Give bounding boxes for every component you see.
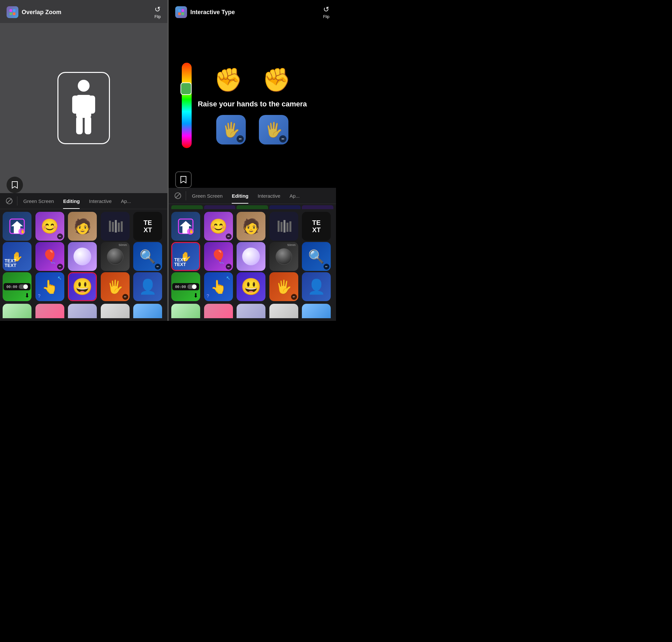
edit-badge-face-right: ✏ (226, 233, 232, 240)
effect-cell-orangehand-right[interactable]: 🖐 ✏ (269, 272, 298, 301)
right-partial-3[interactable] (237, 304, 265, 318)
effect-cell-photo-left[interactable]: 🧑 (68, 212, 97, 241)
effect-cell-blueface-left[interactable]: 😃 (68, 272, 97, 301)
right-partial-1[interactable] (171, 304, 200, 318)
effect-cell-darkcircle-right[interactable]: 50mm (269, 242, 298, 271)
svg-point-4 (78, 80, 90, 92)
left-partial-4[interactable] (101, 304, 130, 318)
slider-handle[interactable] (181, 82, 192, 95)
effect-cell-bars-left[interactable] (101, 212, 130, 241)
effect-cell-darkcircle-left[interactable]: 50mm (101, 242, 130, 271)
right-bottom-shelf: Green Screen Editing Interactive Ap... (169, 188, 336, 321)
effect-cell-handtext-right[interactable]: ✋ TEXTTEXT (171, 242, 200, 271)
right-tab-ap[interactable]: Ap... (285, 188, 304, 204)
svg-line-26 (175, 193, 180, 198)
effect-cell-house-right[interactable]: ✋ (171, 212, 200, 241)
color-slider[interactable] (182, 63, 192, 148)
left-partial-3[interactable] (68, 304, 97, 318)
left-flip-button[interactable]: ↺ Flip (155, 5, 161, 19)
svg-text:✋: ✋ (20, 229, 25, 234)
flip-icon: ↺ (155, 5, 160, 14)
svg-rect-16 (109, 221, 111, 232)
overlay-5 (302, 205, 333, 209)
edit-badge-zoom-right: ✏ (324, 264, 329, 270)
edit-badge-zoom-left: ✏ (155, 264, 161, 270)
edit-badge-hand-right: ✏ (279, 135, 287, 142)
app-icon-left (6, 6, 18, 18)
left-partial-1[interactable] (3, 304, 31, 318)
effect-cell-handtext-left[interactable]: ✋ TEXTTEXT (3, 242, 31, 271)
left-tab-green-screen[interactable]: Green Screen (19, 193, 58, 209)
effect-cell-balloon-left[interactable]: 🎈 ✏ (36, 242, 64, 271)
overlay-3 (237, 205, 268, 209)
right-tab-editing[interactable]: Editing (227, 188, 253, 204)
effect-cell-face-right[interactable]: 😊 ✏ (204, 212, 233, 241)
hand-app-icon-right[interactable]: 🖐 ✏ (259, 115, 288, 144)
left-partial-5[interactable] (133, 304, 162, 318)
effect-cell-timer-right[interactable]: 00:00 ⬇ (171, 272, 200, 301)
hands-instruction: ✊ ✊ Raise your hands to the camera (198, 66, 307, 108)
effect-cell-zoom-right[interactable]: 🔍 ✏ (302, 242, 331, 271)
svg-rect-7 (89, 95, 95, 114)
flip-label: Flip (155, 14, 161, 19)
effect-cell-silhouette-left[interactable]: 👤 (133, 272, 162, 301)
edit-badge-balloon-right: ✏ (226, 264, 232, 270)
left-header: Overlap Zoom ↺ Flip (0, 0, 167, 23)
right-tab-no[interactable] (171, 188, 184, 204)
left-header-left: Overlap Zoom (6, 6, 61, 18)
person-icon (69, 78, 98, 138)
effect-cell-balloon-right[interactable]: 🎈 ✏ (204, 242, 233, 271)
effect-cell-face-left[interactable]: 😊 ✏ (36, 212, 64, 241)
left-camera-area (0, 23, 167, 193)
left-tab-interactive[interactable]: Interactive (84, 193, 116, 209)
left-tab-ap[interactable]: Ap... (116, 193, 135, 209)
right-tab-divider (186, 191, 186, 200)
hand-symbol-left: 🖐 (222, 121, 240, 138)
right-camera-area: ✊ ✊ Raise your hands to the camera 🖐 ✏ 🖐… (169, 23, 336, 188)
left-tab-no[interactable] (3, 193, 16, 209)
overlay-4 (269, 205, 301, 209)
left-bookmark-button[interactable] (6, 177, 23, 193)
right-hand-emoji: ✊ (262, 66, 291, 93)
right-title: Interactive Type (190, 9, 235, 16)
right-partial-2[interactable] (204, 304, 233, 318)
right-flip-button[interactable]: ↺ Flip (323, 5, 329, 19)
hand-symbol-right: 🖐 (265, 121, 283, 138)
bookmark-icon-right (180, 176, 187, 183)
effect-cell-house-left[interactable]: ✋ (3, 212, 31, 241)
svg-rect-22 (182, 9, 184, 12)
right-tab-green-screen[interactable]: Green Screen (187, 188, 227, 204)
svg-rect-19 (118, 223, 120, 232)
right-partial-4[interactable] (269, 304, 298, 318)
effect-cell-orangehand-left[interactable]: 🖐 ✏ (101, 272, 130, 301)
hand-app-icon-left[interactable]: 🖐 ✏ (216, 115, 246, 144)
effect-cell-timer-left[interactable]: 00:00 ⬇ (3, 272, 31, 301)
effect-cell-handblue-left[interactable]: 👆 ↖ ? (36, 272, 64, 301)
effect-cell-sphere-right[interactable] (237, 242, 265, 271)
effect-cell-bars-right[interactable] (269, 212, 298, 241)
effect-cell-blueface-right[interactable]: 😃 (237, 272, 265, 301)
effect-cell-silhouette-right[interactable]: 👤 (302, 272, 331, 301)
right-tab-interactive[interactable]: Interactive (253, 188, 285, 204)
svg-rect-31 (278, 221, 279, 232)
svg-rect-33 (284, 220, 286, 232)
effect-cell-handblue-right[interactable]: 👆 ↖ ? (204, 272, 233, 301)
effect-cell-photo-right[interactable]: 🧑 (237, 212, 265, 241)
svg-rect-24 (182, 12, 184, 15)
effect-cell-sphere-left[interactable] (68, 242, 97, 271)
left-title: Overlap Zoom (22, 9, 61, 16)
effect-cell-zoom-left[interactable]: 🔍 ✏ (133, 242, 162, 271)
right-overlay-row (169, 204, 336, 209)
left-tab-editing[interactable]: Editing (58, 193, 84, 209)
left-partial-2[interactable] (36, 304, 64, 318)
svg-rect-1 (13, 9, 15, 12)
bookmark-icon-left (12, 181, 18, 189)
right-bookmark-button[interactable] (175, 171, 192, 188)
effect-cell-text-right[interactable]: TEXT (302, 212, 331, 241)
app-icon-right (175, 6, 187, 18)
right-partial-5[interactable] (302, 304, 331, 318)
svg-rect-8 (76, 116, 83, 134)
svg-rect-23 (178, 12, 181, 15)
right-partial-row (169, 304, 336, 321)
effect-cell-text-left[interactable]: TEXT (133, 212, 162, 241)
